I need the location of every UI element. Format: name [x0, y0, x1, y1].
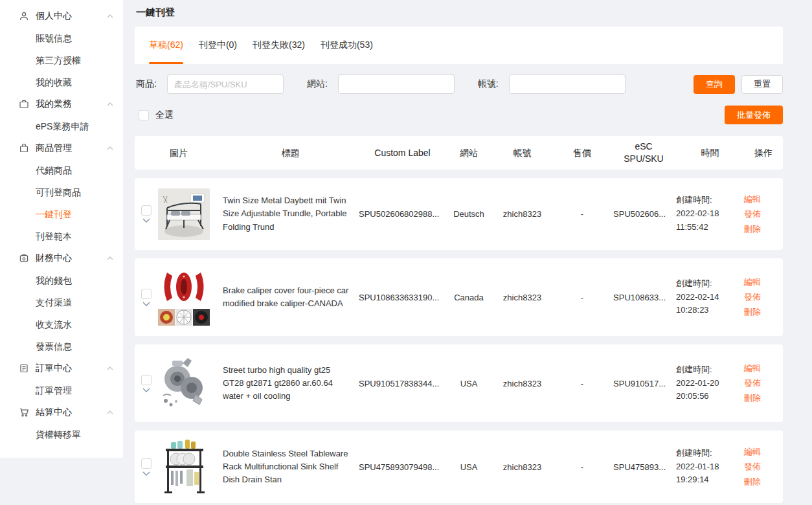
sidebar-group-settlement-center[interactable]: 結算中心 [0, 401, 123, 423]
site-input[interactable] [338, 74, 455, 94]
column-header-price: 售價 [553, 147, 611, 159]
account-value: zhich8323 [491, 209, 553, 219]
product-filter-label: 商品: [136, 78, 157, 90]
delete-link[interactable]: 刪除 [744, 223, 783, 235]
search-button[interactable]: 查詢 [694, 75, 735, 94]
tab-bar: 草稿(62) 刊登中(0) 刊登失敗(32) 刊登成功(53) [135, 27, 783, 64]
sidebar-item-consignment-products[interactable]: 代銷商品 [0, 159, 123, 181]
edit-link[interactable]: 編輯 [744, 363, 783, 374]
created-time: 創建時間: 2022-02-14 10:28:23 [676, 277, 744, 317]
custom-label-value: SPU475893079498... [359, 462, 446, 472]
chevron-down-icon[interactable] [142, 302, 150, 306]
site-filter-label: 網站: [307, 78, 328, 90]
chevron-up-icon[interactable] [106, 146, 114, 150]
sidebar-item-invoice-info[interactable]: 發票信息 [0, 335, 123, 357]
sidebar-item-my-wallet[interactable]: 我的錢包 [0, 269, 123, 291]
sidebar-item-payment-channel[interactable]: 支付渠道 [0, 291, 123, 313]
column-header-site: 網站 [446, 147, 491, 159]
sidebar-group-label: 個人中心 [36, 10, 106, 22]
price-value: - [553, 379, 611, 388]
cart-icon [18, 407, 30, 418]
sidebar-group-label: 我的業務 [36, 98, 106, 110]
publish-link[interactable]: 發佈 [744, 461, 783, 473]
tab-listing-failed[interactable]: 刊登失敗(32) [253, 27, 305, 64]
sidebar-group-label: 結算中心 [36, 407, 106, 418]
sidebar-item-transaction-flow[interactable]: 收支流水 [0, 313, 123, 335]
sidebar: 個人中心 賬號信息 第三方授權 我的收藏 我的業務 ePS業務申請 商品管理 代… [0, 0, 123, 458]
chevron-down-icon[interactable] [142, 218, 150, 223]
table-row: Twin Size Metal Daybett mit Twin Size Ad… [135, 178, 783, 250]
time-label: 創建時間: [676, 363, 744, 377]
price-value: - [553, 209, 611, 219]
row-checkbox[interactable] [141, 205, 152, 216]
main-content: 一鍵刊登 草稿(62) 刊登中(0) 刊登失敗(32) 刊登成功(53) 商品:… [135, 0, 783, 503]
edit-link[interactable]: 編輯 [744, 276, 783, 288]
tab-listing-success[interactable]: 刊登成功(53) [321, 27, 373, 64]
column-header-time: 時間 [676, 147, 744, 159]
created-time: 創建時間: 2022-01-20 20:05:56 [676, 363, 744, 403]
row-checkbox[interactable] [141, 458, 152, 469]
sidebar-item-order-management[interactable]: 訂單管理 [0, 379, 123, 401]
column-header-action: 操作 [744, 147, 783, 159]
edit-link[interactable]: 編輯 [744, 194, 783, 205]
delete-link[interactable]: 刪除 [744, 306, 783, 318]
chevron-down-icon[interactable] [142, 471, 150, 476]
chevron-up-icon[interactable] [106, 14, 114, 18]
tab-label: 刊登失敗(32) [253, 39, 305, 51]
site-value: USA [446, 462, 491, 472]
created-time: 創建時間: 2022-02-18 11:55:42 [676, 194, 744, 234]
row-checkbox[interactable] [141, 375, 152, 385]
publish-link[interactable]: 發佈 [744, 377, 783, 389]
product-search-input[interactable] [167, 74, 284, 94]
account-value: zhich8323 [491, 462, 553, 472]
sidebar-group-personal-center[interactable]: 個人中心 [0, 5, 123, 27]
sidebar-group-product-management[interactable]: 商品管理 [0, 137, 123, 159]
sidebar-item-listable-products[interactable]: 可刊登商品 [0, 181, 123, 203]
chevron-up-icon[interactable] [106, 410, 114, 414]
sidebar-item-account-info[interactable]: 賬號信息 [0, 27, 123, 49]
spu-value: SPU475893... [611, 462, 676, 472]
time-clock: 11:55:42 [676, 221, 744, 234]
tab-draft[interactable]: 草稿(62) [149, 27, 183, 64]
publish-link[interactable]: 發佈 [744, 208, 783, 220]
sidebar-item-third-party-auth[interactable]: 第三方授權 [0, 49, 123, 71]
product-title: Twin Size Metal Daybett mit Twin Size Ad… [223, 194, 359, 233]
chevron-down-icon[interactable] [142, 388, 150, 392]
tab-listing-in-progress[interactable]: 刊登中(0) [199, 27, 237, 64]
delete-link[interactable]: 刪除 [744, 476, 783, 488]
reset-button[interactable]: 重置 [741, 75, 783, 94]
chevron-up-icon[interactable] [106, 256, 114, 260]
account-input[interactable] [509, 74, 626, 94]
row-checkbox[interactable] [141, 289, 152, 299]
sidebar-item-my-favorites[interactable]: 我的收藏 [0, 71, 123, 93]
product-image-brake-calipers [158, 267, 210, 327]
column-header-image: 圖片 [135, 147, 223, 159]
column-header-esc-spu: eSC SPU/SKU [611, 140, 676, 165]
chevron-up-icon[interactable] [106, 366, 114, 370]
page-title: 一鍵刊登 [135, 0, 783, 19]
sidebar-group-order-center[interactable]: 訂單中心 [0, 357, 123, 379]
chevron-up-icon[interactable] [106, 102, 114, 106]
site-value: Deutsch [446, 209, 491, 219]
batch-publish-button[interactable]: 批量發佈 [725, 106, 783, 124]
select-all-checkbox[interactable] [139, 110, 149, 120]
delete-link[interactable]: 刪除 [744, 392, 783, 404]
time-clock: 20:05:56 [676, 390, 744, 403]
sidebar-group-my-business[interactable]: 我的業務 [0, 93, 123, 115]
user-icon [18, 10, 30, 22]
order-icon [18, 363, 30, 374]
column-header-title: 標題 [223, 147, 359, 159]
publish-link[interactable]: 發佈 [744, 291, 783, 303]
created-time: 創建時間: 2022-01-18 19:29:14 [676, 447, 744, 487]
selectall-row: 全選 批量發佈 [135, 106, 783, 124]
sidebar-item-listing-template[interactable]: 刊登範本 [0, 225, 123, 247]
site-value: USA [446, 379, 491, 388]
account-filter-label: 帳號: [478, 78, 499, 90]
sidebar-item-eps-application[interactable]: ePS業務申請 [0, 115, 123, 137]
product-title: Street turbo high quality gt25 GT28 gt28… [223, 364, 359, 403]
edit-link[interactable]: 編輯 [744, 446, 783, 458]
sidebar-group-finance-center[interactable]: 財務中心 [0, 247, 123, 269]
sidebar-item-cargo-transfer[interactable]: 貨權轉移單 [0, 423, 123, 445]
sidebar-item-one-click-listing[interactable]: 一鍵刊登 [0, 203, 123, 225]
account-value: zhich8323 [491, 379, 553, 388]
